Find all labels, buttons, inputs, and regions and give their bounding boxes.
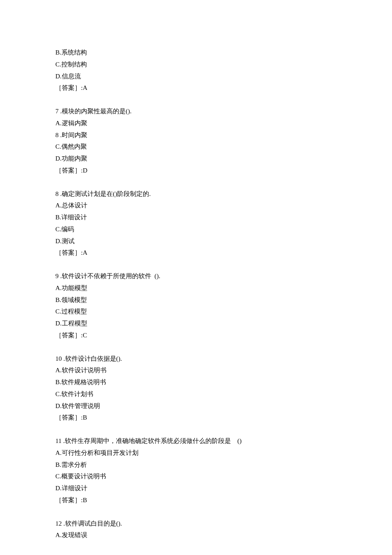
text-block: 12 .软件调试白目的是().A.发现错误: [55, 518, 337, 542]
text-line: D.工程模型: [55, 318, 337, 330]
text-line: 7 .模块的内聚性最高的是().: [55, 106, 337, 118]
text-line: A.功能模型: [55, 282, 337, 294]
text-line: ［答案］:A: [55, 247, 337, 259]
text-line: C.编码: [55, 224, 337, 236]
text-line: A.总体设计: [55, 200, 337, 212]
text-line: B.系统结构: [55, 47, 337, 59]
text-line: 10 .软件设计白依据是().: [55, 353, 337, 365]
text-line: B.需求分析: [55, 459, 337, 471]
text-line: ［答案］:B: [55, 412, 337, 424]
text-line: C.概要设计说明书: [55, 471, 337, 483]
text-line: ［答案］:D: [55, 165, 337, 177]
text-line: 11 .软件生存周期中，准确地确定软件系统必须做什么的阶段是 (): [55, 435, 337, 447]
text-line: D.功能内聚: [55, 153, 337, 165]
text-line: 8 .时间内聚: [55, 129, 337, 141]
text-block: 8 .确定测试计划是在()阶段制定的.A.总体设计B.详细设计C.编码D.测试［…: [55, 188, 337, 259]
text-line: B.软件规格说明书: [55, 377, 337, 388]
text-line: A.逻辑内聚: [55, 118, 337, 129]
text-line: 8 .确定测试计划是在()阶段制定的.: [55, 188, 337, 200]
text-block: 10 .软件设计白依据是().A.软件设计说明书B.软件规格说明书C.软件计划书…: [55, 353, 337, 424]
text-line: B.领域模型: [55, 294, 337, 306]
text-line: C.软件计划书: [55, 388, 337, 400]
text-line: A.可行性分析和项目开发计划: [55, 447, 337, 459]
text-line: C.偶然内聚: [55, 141, 337, 153]
text-line: D.测试: [55, 236, 337, 247]
text-line: D.信息流: [55, 71, 337, 83]
document-body: B.系统结构C.控制结构D.信息流［答案］:A7 .模块的内聚性最高的是().A…: [55, 47, 337, 541]
text-block: B.系统结构C.控制结构D.信息流［答案］:A: [55, 47, 337, 94]
text-line: 12 .软件调试白目的是().: [55, 518, 337, 530]
text-line: D.详细设计: [55, 483, 337, 495]
text-line: ［答案］:C: [55, 330, 337, 342]
text-line: B.详细设计: [55, 212, 337, 224]
text-line: A.发现错误: [55, 529, 337, 541]
text-line: ［答案］:B: [55, 495, 337, 506]
text-line: A.软件设计说明书: [55, 365, 337, 377]
text-line: C.控制结构: [55, 59, 337, 71]
text-line: ［答案］:A: [55, 82, 337, 94]
text-line: 9 .软件设计不依赖于所使用的软件 ().: [55, 270, 337, 282]
text-line: D.软件管理说明: [55, 400, 337, 412]
text-block: 11 .软件生存周期中，准确地确定软件系统必须做什么的阶段是 ()A.可行性分析…: [55, 435, 337, 506]
text-block: 9 .软件设计不依赖于所使用的软件 ().A.功能模型B.领域模型C.过程模型D…: [55, 270, 337, 342]
text-block: 7 .模块的内聚性最高的是().A.逻辑内聚8 .时间内聚C.偶然内聚D.功能内…: [55, 106, 337, 177]
text-line: C.过程模型: [55, 306, 337, 318]
